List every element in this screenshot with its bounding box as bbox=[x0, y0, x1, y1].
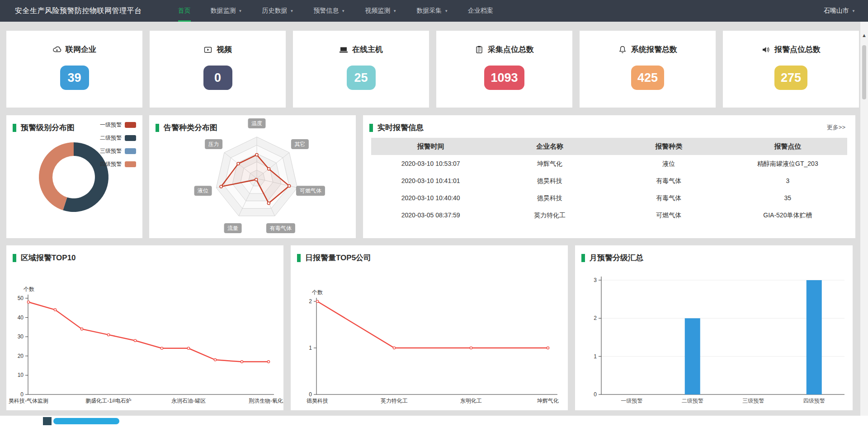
svg-text:2: 2 bbox=[594, 315, 597, 321]
nav-item-预警信息[interactable]: 预警信息▼ bbox=[313, 0, 345, 22]
nav-item-label: 预警信息 bbox=[313, 7, 339, 15]
svg-text:0: 0 bbox=[309, 391, 312, 398]
legend-item-二级预警[interactable]: 二级预警 bbox=[100, 134, 136, 142]
svg-text:40: 40 bbox=[18, 314, 24, 321]
nav-item-企业档案[interactable]: 企业档案 bbox=[468, 0, 493, 22]
svg-text:永润石油-罐区: 永润石油-罐区 bbox=[171, 398, 206, 404]
panel-title: 月预警分级汇总 bbox=[590, 253, 643, 263]
monthly-summary-panel: 月预警分级汇总 0123一级预警二级预警三级预警四级预警 bbox=[575, 245, 853, 410]
stat-card-value-badge: 1093 bbox=[484, 66, 524, 90]
horizontal-scrollbar-thumb[interactable] bbox=[53, 418, 119, 424]
svg-text:其它: 其它 bbox=[294, 141, 305, 147]
chevron-down-icon: ▼ bbox=[341, 9, 345, 13]
legend-swatch bbox=[125, 161, 136, 167]
stat-card-value-badge: 0 bbox=[203, 66, 232, 90]
daily-top5-line-chart[interactable]: 012个数德昊科技英力特化工东明化工坤辉气化 bbox=[291, 245, 568, 410]
nav-item-label: 企业档案 bbox=[468, 7, 493, 15]
table-cell: 精醇南罐液位GT_203 bbox=[728, 155, 847, 172]
legend-item-四级预警[interactable]: 四级预警 bbox=[100, 160, 136, 168]
panel-title: 告警种类分布图 bbox=[164, 122, 217, 133]
table-cell: 2020-03-10 10:53:07 bbox=[371, 155, 490, 172]
table-cell: 有毒气体 bbox=[609, 172, 728, 189]
chevron-down-icon: ▼ bbox=[239, 9, 242, 13]
vertical-scrollbar[interactable]: ▲ bbox=[860, 22, 868, 416]
table-cell: 德昊科技 bbox=[490, 172, 609, 189]
horizontal-scrollbar[interactable] bbox=[0, 416, 868, 427]
svg-text:东明化工: 东明化工 bbox=[460, 398, 482, 404]
svg-text:德昊科技: 德昊科技 bbox=[307, 398, 328, 404]
daily-top5-panel: 日报警量TOP5公司 012个数德昊科技英力特化工东明化工坤辉气化 bbox=[291, 245, 568, 410]
nav-item-视频监测[interactable]: 视频监测▼ bbox=[365, 0, 396, 22]
stat-card-label: 报警点位总数 bbox=[774, 44, 821, 55]
vertical-scrollbar-thumb[interactable] bbox=[862, 45, 866, 99]
stat-card-label: 视频 bbox=[217, 44, 232, 55]
table-cell: 可燃气体 bbox=[609, 206, 728, 224]
bar-四级预警 bbox=[807, 280, 822, 394]
line-series bbox=[317, 301, 548, 348]
legend-item-三级预警[interactable]: 三级预警 bbox=[100, 147, 136, 155]
region-top10-line-chart[interactable]: 01020304050个数昊科技-气体监测鹏盛化工-1#电石炉永润石油-罐区荆洪… bbox=[6, 245, 283, 410]
nav-item-label: 首页 bbox=[178, 7, 191, 15]
table-cell: 2020-03-05 08:37:59 bbox=[371, 206, 490, 224]
stat-card-label: 系统报警总数 bbox=[631, 44, 677, 55]
stat-cards-row: 联网企业39视频0在线主机25采集点位总数1093系统报警总数425报警点位总数… bbox=[6, 31, 866, 108]
legend-label: 三级预警 bbox=[100, 147, 122, 155]
nav-item-数据监测[interactable]: 数据监测▼ bbox=[211, 0, 242, 22]
scroll-up-arrow-icon[interactable]: ▲ bbox=[860, 33, 868, 38]
nav-item-首页[interactable]: 首页 bbox=[178, 0, 191, 22]
chevron-down-icon: ▼ bbox=[393, 9, 396, 13]
stat-card-header: 在线主机 bbox=[293, 44, 429, 55]
nav-item-数据采集[interactable]: 数据采集▼ bbox=[416, 0, 448, 22]
svg-text:0: 0 bbox=[20, 391, 24, 398]
table-row[interactable]: 2020-03-10 10:53:07坤辉气化液位精醇南罐液位GT_203 bbox=[371, 155, 847, 172]
stat-card-报警点位总数: 报警点位总数275 bbox=[723, 31, 859, 108]
table-cell: 2020-03-10 10:40:40 bbox=[371, 189, 490, 206]
svg-text:坤辉气化: 坤辉气化 bbox=[537, 398, 559, 404]
svg-text:10: 10 bbox=[18, 372, 24, 378]
table-cell: 液位 bbox=[609, 155, 728, 172]
svg-text:20: 20 bbox=[18, 353, 24, 359]
stat-card-header: 采集点位总数 bbox=[436, 44, 572, 55]
table-row[interactable]: 2020-03-10 10:41:01德昊科技有毒气体3 bbox=[371, 172, 847, 189]
nav-item-label: 数据监测 bbox=[211, 7, 236, 15]
more-link[interactable]: 更多>> bbox=[827, 123, 845, 131]
alarm-type-panel: 告警种类分布图 温度其它可燃气体有毒气体流量液位压力 bbox=[149, 115, 356, 238]
legend-label: 二级预警 bbox=[100, 134, 122, 142]
stat-card-label: 在线主机 bbox=[352, 44, 383, 55]
svg-text:个数: 个数 bbox=[23, 286, 34, 292]
stat-card-联网企业: 联网企业39 bbox=[6, 31, 142, 108]
radar-axis-label-压力: 压力 bbox=[205, 139, 222, 149]
radar-axis-label-温度: 温度 bbox=[248, 118, 266, 128]
stat-card-在线主机: 在线主机25 bbox=[293, 31, 429, 108]
svg-text:液位: 液位 bbox=[197, 188, 208, 194]
table-cell: 35 bbox=[728, 189, 847, 206]
panel-title-marker bbox=[369, 124, 373, 132]
svg-text:三级预警: 三级预警 bbox=[742, 398, 764, 404]
legend-swatch bbox=[125, 135, 136, 141]
svg-text:四级预警: 四级预警 bbox=[803, 398, 825, 404]
video-icon bbox=[203, 45, 212, 54]
panel-title-marker bbox=[13, 124, 16, 132]
region-label: 石嘴山市 bbox=[824, 7, 849, 15]
table-row[interactable]: 2020-03-05 08:37:59英力特化工可燃气体GIA-520单体贮槽 bbox=[371, 206, 847, 224]
table-body: 2020-03-10 10:53:07坤辉气化液位精醇南罐液位GT_203202… bbox=[371, 155, 847, 224]
panel-title: 日报警量TOP5公司 bbox=[305, 253, 371, 263]
svg-text:30: 30 bbox=[18, 333, 24, 340]
radar-axis-label-液位: 液位 bbox=[194, 186, 212, 196]
svg-text:昊科技-气体监测: 昊科技-气体监测 bbox=[9, 398, 48, 404]
region-selector[interactable]: 石嘴山市 ▼ bbox=[824, 0, 855, 22]
table-cell: 有毒气体 bbox=[609, 189, 728, 206]
svg-text:2: 2 bbox=[309, 298, 312, 305]
clipboard-icon bbox=[475, 45, 484, 54]
nav-item-历史数据[interactable]: 历史数据▼ bbox=[262, 0, 293, 22]
alarm-type-radar-chart[interactable]: 温度其它可燃气体有毒气体流量液位压力 bbox=[149, 115, 356, 238]
top-nav: 安全生产风险预警防控物联网管理平台 首页数据监测▼历史数据▼预警信息▼视频监测▼… bbox=[0, 0, 868, 22]
stat-card-value-badge: 425 bbox=[631, 66, 664, 90]
legend-item-一级预警[interactable]: 一级预警 bbox=[100, 121, 136, 129]
cloud-icon bbox=[52, 45, 61, 54]
monthly-summary-bar-chart[interactable]: 0123一级预警二级预警三级预警四级预警 bbox=[575, 245, 853, 410]
table-row[interactable]: 2020-03-10 10:40:40德昊科技有毒气体35 bbox=[371, 189, 847, 206]
svg-text:英力特化工: 英力特化工 bbox=[381, 398, 408, 404]
stat-card-采集点位总数: 采集点位总数1093 bbox=[436, 31, 572, 108]
pie-legend: 一级预警二级预警三级预警四级预警 bbox=[100, 121, 136, 174]
